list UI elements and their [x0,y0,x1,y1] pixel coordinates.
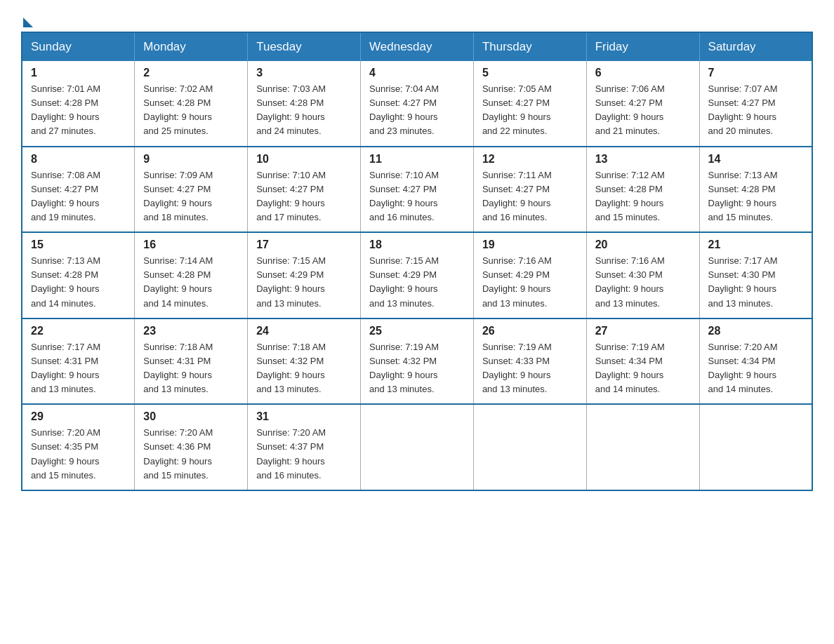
calendar-day-1: 1 Sunrise: 7:01 AMSunset: 4:28 PMDayligh… [22,61,135,147]
weekday-header-friday: Friday [586,32,699,61]
calendar-day-27: 27 Sunrise: 7:19 AMSunset: 4:34 PMDaylig… [586,318,699,405]
day-info: Sunrise: 7:18 AMSunset: 4:31 PMDaylight:… [143,340,239,397]
day-number: 18 [369,239,465,251]
logo-arrow-icon [23,18,33,27]
empty-cell [586,404,699,490]
calendar-week-4: 22 Sunrise: 7:17 AMSunset: 4:31 PMDaylig… [22,318,812,405]
day-info: Sunrise: 7:18 AMSunset: 4:32 PMDaylight:… [256,340,352,397]
calendar-day-28: 28 Sunrise: 7:20 AMSunset: 4:34 PMDaylig… [699,318,812,405]
day-info: Sunrise: 7:20 AMSunset: 4:36 PMDaylight:… [143,426,239,483]
day-info: Sunrise: 7:10 AMSunset: 4:27 PMDaylight:… [369,168,465,225]
day-number: 11 [369,153,465,166]
calendar-day-20: 20 Sunrise: 7:16 AMSunset: 4:30 PMDaylig… [586,232,699,318]
calendar-day-11: 11 Sunrise: 7:10 AMSunset: 4:27 PMDaylig… [361,147,474,233]
day-number: 27 [595,325,691,337]
calendar-week-5: 29 Sunrise: 7:20 AMSunset: 4:35 PMDaylig… [22,404,812,490]
day-number: 10 [256,153,352,166]
calendar-day-3: 3 Sunrise: 7:03 AMSunset: 4:28 PMDayligh… [248,61,361,147]
calendar-day-22: 22 Sunrise: 7:17 AMSunset: 4:31 PMDaylig… [22,318,135,405]
day-number: 28 [708,325,803,337]
day-number: 25 [369,325,465,337]
day-info: Sunrise: 7:07 AMSunset: 4:27 PMDaylight:… [708,82,803,139]
day-info: Sunrise: 7:20 AMSunset: 4:37 PMDaylight:… [256,426,352,483]
day-number: 2 [143,67,239,79]
calendar-week-1: 1 Sunrise: 7:01 AMSunset: 4:28 PMDayligh… [22,61,812,147]
calendar-day-23: 23 Sunrise: 7:18 AMSunset: 4:31 PMDaylig… [135,318,248,405]
day-number: 21 [708,239,803,251]
day-number: 9 [143,153,239,166]
day-info: Sunrise: 7:03 AMSunset: 4:28 PMDaylight:… [256,82,352,139]
day-info: Sunrise: 7:19 AMSunset: 4:33 PMDaylight:… [482,340,578,397]
calendar-day-26: 26 Sunrise: 7:19 AMSunset: 4:33 PMDaylig… [473,318,586,405]
day-info: Sunrise: 7:10 AMSunset: 4:27 PMDaylight:… [256,168,352,225]
calendar-day-24: 24 Sunrise: 7:18 AMSunset: 4:32 PMDaylig… [248,318,361,405]
calendar-day-15: 15 Sunrise: 7:13 AMSunset: 4:28 PMDaylig… [22,232,135,318]
weekday-header-monday: Monday [135,32,248,61]
day-info: Sunrise: 7:14 AMSunset: 4:28 PMDaylight:… [143,254,239,311]
day-number: 1 [31,67,126,79]
day-number: 16 [143,239,239,251]
day-number: 4 [369,67,465,79]
day-number: 24 [256,325,352,337]
calendar-day-17: 17 Sunrise: 7:15 AMSunset: 4:29 PMDaylig… [248,232,361,318]
calendar-table: SundayMondayTuesdayWednesdayThursdayFrid… [21,32,813,491]
day-info: Sunrise: 7:06 AMSunset: 4:27 PMDaylight:… [595,82,691,139]
day-info: Sunrise: 7:02 AMSunset: 4:28 PMDaylight:… [143,82,239,139]
calendar-day-13: 13 Sunrise: 7:12 AMSunset: 4:28 PMDaylig… [586,147,699,233]
logo [21,14,33,25]
day-info: Sunrise: 7:01 AMSunset: 4:28 PMDaylight:… [31,82,126,139]
day-number: 6 [595,67,691,79]
calendar-week-2: 8 Sunrise: 7:08 AMSunset: 4:27 PMDayligh… [22,147,812,233]
day-info: Sunrise: 7:15 AMSunset: 4:29 PMDaylight:… [256,254,352,311]
calendar-day-19: 19 Sunrise: 7:16 AMSunset: 4:29 PMDaylig… [473,232,586,318]
day-info: Sunrise: 7:17 AMSunset: 4:31 PMDaylight:… [31,340,126,397]
page-header [21,14,813,25]
day-info: Sunrise: 7:20 AMSunset: 4:34 PMDaylight:… [708,340,803,397]
day-number: 8 [31,153,126,166]
day-info: Sunrise: 7:17 AMSunset: 4:30 PMDaylight:… [708,254,803,311]
day-info: Sunrise: 7:19 AMSunset: 4:32 PMDaylight:… [369,340,465,397]
weekday-header-saturday: Saturday [699,32,812,61]
day-info: Sunrise: 7:19 AMSunset: 4:34 PMDaylight:… [595,340,691,397]
day-info: Sunrise: 7:15 AMSunset: 4:29 PMDaylight:… [369,254,465,311]
calendar-day-8: 8 Sunrise: 7:08 AMSunset: 4:27 PMDayligh… [22,147,135,233]
calendar-day-7: 7 Sunrise: 7:07 AMSunset: 4:27 PMDayligh… [699,61,812,147]
day-info: Sunrise: 7:13 AMSunset: 4:28 PMDaylight:… [31,254,126,311]
day-number: 12 [482,153,578,166]
day-info: Sunrise: 7:16 AMSunset: 4:30 PMDaylight:… [595,254,691,311]
calendar-day-6: 6 Sunrise: 7:06 AMSunset: 4:27 PMDayligh… [586,61,699,147]
empty-cell [361,404,474,490]
calendar-day-14: 14 Sunrise: 7:13 AMSunset: 4:28 PMDaylig… [699,147,812,233]
day-info: Sunrise: 7:04 AMSunset: 4:27 PMDaylight:… [369,82,465,139]
day-number: 19 [482,239,578,251]
day-number: 17 [256,239,352,251]
calendar-day-5: 5 Sunrise: 7:05 AMSunset: 4:27 PMDayligh… [473,61,586,147]
day-info: Sunrise: 7:12 AMSunset: 4:28 PMDaylight:… [595,168,691,225]
calendar-day-29: 29 Sunrise: 7:20 AMSunset: 4:35 PMDaylig… [22,404,135,490]
calendar-day-16: 16 Sunrise: 7:14 AMSunset: 4:28 PMDaylig… [135,232,248,318]
day-number: 22 [31,325,126,337]
calendar-day-9: 9 Sunrise: 7:09 AMSunset: 4:27 PMDayligh… [135,147,248,233]
weekday-header-thursday: Thursday [473,32,586,61]
day-number: 29 [31,410,126,423]
empty-cell [473,404,586,490]
day-number: 20 [595,239,691,251]
day-number: 30 [143,410,239,423]
calendar-day-21: 21 Sunrise: 7:17 AMSunset: 4:30 PMDaylig… [699,232,812,318]
day-info: Sunrise: 7:16 AMSunset: 4:29 PMDaylight:… [482,254,578,311]
calendar-day-30: 30 Sunrise: 7:20 AMSunset: 4:36 PMDaylig… [135,404,248,490]
day-info: Sunrise: 7:05 AMSunset: 4:27 PMDaylight:… [482,82,578,139]
day-number: 14 [708,153,803,166]
empty-cell [699,404,812,490]
calendar-day-10: 10 Sunrise: 7:10 AMSunset: 4:27 PMDaylig… [248,147,361,233]
day-number: 3 [256,67,352,79]
weekday-header-row: SundayMondayTuesdayWednesdayThursdayFrid… [22,32,812,61]
calendar-day-4: 4 Sunrise: 7:04 AMSunset: 4:27 PMDayligh… [361,61,474,147]
day-number: 15 [31,239,126,251]
weekday-header-sunday: Sunday [22,32,135,61]
weekday-header-tuesday: Tuesday [248,32,361,61]
day-info: Sunrise: 7:13 AMSunset: 4:28 PMDaylight:… [708,168,803,225]
day-info: Sunrise: 7:08 AMSunset: 4:27 PMDaylight:… [31,168,126,225]
calendar-day-25: 25 Sunrise: 7:19 AMSunset: 4:32 PMDaylig… [361,318,474,405]
calendar-week-3: 15 Sunrise: 7:13 AMSunset: 4:28 PMDaylig… [22,232,812,318]
